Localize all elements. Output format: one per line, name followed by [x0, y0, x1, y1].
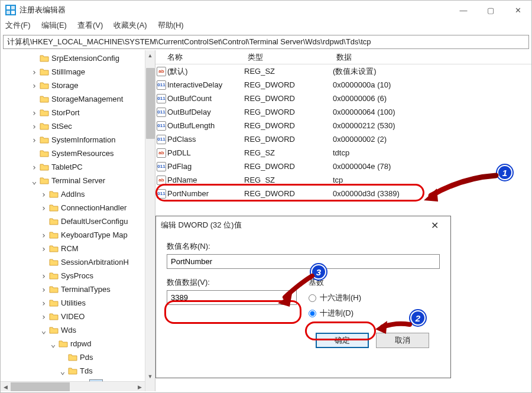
table-row[interactable]: 011OutBufCountREG_DWORD0x00000006 (6) [155, 92, 531, 105]
tree-item-label: SystemResources [51, 149, 113, 158]
tree-item[interactable]: ›Utilities [1, 296, 155, 310]
tree-item[interactable]: ›TabletPC [1, 160, 155, 174]
ok-button[interactable]: 确定 [316, 333, 369, 348]
table-row[interactable]: abPdDLLREG_SZtdtcp [155, 146, 531, 160]
radio-hex[interactable]: 十六进制(H) [309, 290, 427, 306]
menu-help[interactable]: 帮助(H) [158, 20, 184, 31]
tree-expand-icon[interactable]: › [30, 81, 38, 90]
cell-name: PortNumber [167, 189, 244, 198]
table-row[interactable]: 011InteractiveDelayREG_DWORD0x0000000a (… [155, 78, 531, 92]
tree-expand-icon[interactable]: › [30, 122, 38, 131]
tree-expand-icon[interactable]: › [40, 312, 48, 321]
cell-name: OutBufCount [167, 94, 244, 103]
tree-item[interactable]: ›RCM [1, 242, 155, 255]
tree-item[interactable]: ›VIDEO [1, 310, 155, 323]
tree-item[interactable]: SrpExtensionConfig [1, 51, 155, 65]
tree-expand-icon[interactable]: › [40, 244, 48, 254]
tree-expand-icon[interactable]: ⌄ [49, 339, 57, 349]
tree-item[interactable]: ›Storage [1, 79, 155, 92]
tree-expand-icon[interactable]: ⌄ [59, 366, 67, 376]
tree-item[interactable]: DefaultUserConfigu [1, 215, 155, 228]
address-bar[interactable]: 计算机\HKEY_LOCAL_MACHINE\SYSTEM\CurrentCon… [3, 35, 529, 49]
folder-icon [40, 109, 49, 117]
svg-rect-3 [7, 11, 10, 14]
regedit-icon [5, 5, 16, 15]
tree-expand-icon[interactable]: › [40, 285, 48, 294]
radio-hex-input[interactable] [309, 294, 316, 302]
folder-icon [40, 82, 49, 90]
tree-expand-icon[interactable]: › [40, 230, 48, 240]
menu-favorites[interactable]: 收藏夹(A) [113, 20, 147, 31]
tree-item[interactable]: ›StSec [1, 119, 155, 133]
tree-item[interactable]: ⌄Tds [1, 364, 155, 378]
cell-data: 0x00000006 (6) [333, 94, 531, 103]
tree-item[interactable]: ›KeyboardType Map [1, 228, 155, 242]
tree-item[interactable]: ›StillImage [1, 65, 155, 79]
table-row[interactable]: 011OutBufDelayREG_DWORD0x00000064 (100) [155, 105, 531, 119]
tree-expand-icon[interactable]: › [30, 108, 38, 118]
tree-item[interactable]: ⌄Terminal Server [1, 174, 155, 187]
value-name-field[interactable] [167, 254, 440, 269]
cell-data: tdtcp [333, 148, 531, 157]
tree-item-label: Storage [51, 81, 79, 90]
tree-item[interactable]: ›ConnectionHandler [1, 201, 155, 215]
tree-item[interactable]: StorageManagement [1, 92, 155, 106]
radio-dec[interactable]: 十进制(D) [309, 306, 427, 321]
menu-file[interactable]: 文件(F) [5, 20, 31, 31]
radio-dec-label: 十进制(D) [320, 308, 353, 319]
menu-edit[interactable]: 编辑(E) [41, 20, 67, 31]
tree-expand-icon[interactable]: › [30, 135, 38, 145]
col-name[interactable]: 名称 [155, 52, 244, 63]
close-button[interactable]: ✕ [504, 1, 531, 20]
value-data-field[interactable] [167, 290, 297, 305]
tree-item[interactable]: Pds [1, 350, 155, 364]
cell-name: OutBufLength [167, 121, 244, 130]
value-data-label: 数值数据(V): [167, 277, 297, 288]
tree-item[interactable]: ›SystemInformation [1, 133, 155, 147]
cell-name: PdName [167, 176, 244, 184]
col-type[interactable]: 类型 [244, 52, 333, 63]
tree-expand-icon[interactable]: › [30, 67, 38, 77]
tree-expand-icon[interactable]: › [40, 298, 48, 308]
tree-horizontal-scrollbar[interactable]: ◀ ▶ [1, 381, 145, 391]
tree-item[interactable]: ›TerminalTypes [1, 282, 155, 296]
menu-view[interactable]: 查看(V) [77, 20, 103, 31]
cell-data: 0x00000064 (100) [333, 108, 531, 116]
folder-icon [49, 285, 59, 294]
tree-expand-icon[interactable]: › [40, 271, 48, 281]
tree-expand-icon[interactable]: ⌄ [40, 326, 48, 335]
column-headers[interactable]: 名称 类型 数据 [155, 50, 531, 64]
tree-item[interactable]: ⌄Wds [1, 323, 155, 337]
col-data[interactable]: 数据 [333, 52, 531, 63]
minimize-button[interactable]: — [450, 1, 477, 20]
folder-icon [49, 204, 59, 212]
value-name-label: 数值名称(N): [167, 241, 440, 252]
dialog-close-button[interactable]: ✕ [423, 216, 446, 234]
table-row[interactable]: 011PortNumberREG_DWORD0x00000d3d (3389) [155, 187, 531, 200]
folder-icon [40, 177, 49, 185]
cancel-button[interactable]: 取消 [376, 333, 429, 348]
cell-type: REG_SZ [244, 176, 333, 184]
tree-item[interactable]: ›SysProcs [1, 269, 155, 282]
table-row[interactable]: abPdNameREG_SZtcp [155, 173, 531, 187]
folder-icon [49, 313, 59, 321]
cell-type: REG_DWORD [244, 94, 333, 103]
tree-expand-icon[interactable]: › [40, 203, 48, 213]
table-row[interactable]: 011OutBufLengthREG_DWORD0x00000212 (530) [155, 119, 531, 132]
tree-item-label: KeyboardType Map [61, 230, 128, 239]
tree-item[interactable]: SystemResources [1, 147, 155, 160]
table-row[interactable]: 011PdFlagREG_DWORD0x0000004e (78) [155, 160, 531, 173]
tree-item[interactable]: SessionArbitrationH [1, 255, 155, 269]
maximize-button[interactable]: ▢ [477, 1, 504, 20]
table-row[interactable]: ab(默认)REG_SZ(数值未设置) [155, 64, 531, 78]
tree-vertical-scrollbar[interactable]: ▲ ▼ [145, 50, 155, 391]
radio-dec-input[interactable] [309, 310, 316, 317]
tree-expand-icon[interactable]: › [40, 190, 48, 199]
table-row[interactable]: 011PdClassREG_DWORD0x00000002 (2) [155, 132, 531, 146]
tree-expand-icon[interactable]: › [30, 163, 38, 172]
callout-1: 1 [497, 165, 512, 180]
tree-expand-icon[interactable]: ⌄ [30, 176, 38, 186]
tree-item[interactable]: ›StorPort [1, 106, 155, 119]
tree-item[interactable]: ›AddIns [1, 187, 155, 201]
tree-item[interactable]: ⌄rdpwd [1, 337, 155, 350]
